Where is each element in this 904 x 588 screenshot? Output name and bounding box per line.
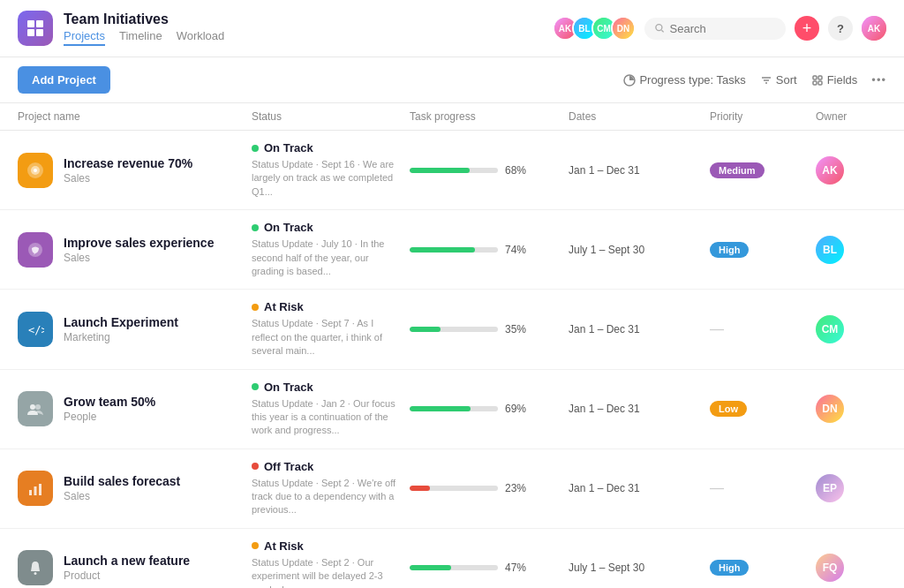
status-dot	[252, 304, 259, 311]
toolbar: Add Project Progress type: Tasks Sort Fi…	[0, 57, 904, 103]
progress-percent: 68%	[505, 164, 531, 177]
user-avatar[interactable]: AK	[862, 16, 886, 41]
tab-workload[interactable]: Workload	[177, 29, 225, 46]
svg-point-4	[656, 25, 662, 31]
status-text: Off Track	[264, 460, 313, 473]
sort-button[interactable]: Sort	[760, 73, 797, 87]
priority-badge: High	[710, 242, 749, 258]
status-description: Status Update · Sept 2 · Our experiment …	[252, 556, 401, 588]
status-dot	[252, 145, 259, 152]
svg-point-24	[34, 572, 37, 575]
progress-fill	[410, 168, 470, 173]
help-button[interactable]: ?	[828, 16, 853, 41]
progress-cell: 74%	[410, 244, 569, 256]
project-icon	[18, 471, 53, 506]
sort-icon	[760, 74, 772, 87]
project-icon: </>	[18, 312, 53, 347]
tab-projects[interactable]: Projects	[64, 29, 105, 46]
table-row[interactable]: Improve sales experience Sales On Track …	[0, 210, 904, 290]
progress-bar	[410, 247, 498, 253]
status-badge: At Risk	[252, 539, 401, 553]
progress-percent: 74%	[505, 244, 531, 256]
owner-avatar: CM	[816, 315, 844, 343]
app-icon	[18, 11, 53, 46]
project-name: Launch a new feature	[64, 554, 190, 568]
progress-fill	[410, 565, 451, 570]
owner-avatar: AK	[816, 156, 844, 185]
project-info: Build sales forecast Sales	[64, 474, 180, 502]
fields-button[interactable]: Fields	[811, 73, 858, 87]
priority-cell: High	[710, 560, 816, 576]
owner-cell: AK	[816, 156, 886, 185]
tab-timeline[interactable]: Timeline	[119, 29, 162, 46]
status-badge: Off Track	[252, 460, 401, 473]
status-cell: At Risk Status Update · Sept 2 · Our exp…	[252, 539, 410, 588]
project-dept: Sales	[64, 172, 192, 185]
search-box[interactable]	[644, 18, 786, 40]
progress-cell: 23%	[410, 482, 569, 494]
table-row[interactable]: </> Launch Experiment Marketing At Risk …	[0, 290, 904, 369]
status-cell: On Track Status Update · July 10 · In th…	[252, 221, 410, 278]
status-badge: On Track	[252, 141, 401, 155]
status-dot	[252, 463, 259, 470]
svg-point-19	[30, 404, 35, 410]
project-cell: Increase revenue 70% Sales	[18, 153, 252, 188]
dates-cell: July 1 – Sept 30	[569, 562, 710, 574]
status-text: On Track	[264, 381, 313, 394]
status-badge: On Track	[252, 221, 401, 234]
table-row[interactable]: Launch a new feature Product At Risk Sta…	[0, 529, 904, 588]
fields-icon	[811, 74, 824, 87]
priority-badge: —	[710, 321, 724, 336]
svg-rect-13	[818, 81, 822, 85]
priority-badge: —	[710, 480, 724, 495]
svg-text:</>: </>	[28, 324, 44, 336]
svg-rect-12	[813, 81, 817, 85]
svg-point-20	[35, 404, 41, 410]
add-project-button[interactable]: Add Project	[18, 66, 110, 94]
add-button[interactable]: +	[795, 16, 819, 41]
col-status: Status	[252, 110, 410, 123]
project-dept: Marketing	[64, 331, 178, 343]
table-row[interactable]: Grow team 50% People On Track Status Upd…	[0, 370, 904, 449]
owner-cell: FQ	[816, 554, 886, 582]
project-name: Launch Experiment	[64, 315, 178, 329]
priority-badge: High	[710, 560, 749, 576]
progress-fill	[410, 406, 471, 411]
project-dept: People	[64, 411, 155, 423]
svg-line-5	[661, 30, 663, 32]
owner-cell: CM	[816, 315, 886, 343]
dates-cell: Jan 1 – Dec 31	[569, 323, 710, 335]
progress-fill	[410, 327, 441, 332]
status-dot	[252, 224, 259, 231]
nav-tabs: Projects Timeline Workload	[64, 29, 224, 46]
progress-type-label: Progress type: Tasks	[639, 73, 745, 87]
status-dot	[252, 542, 259, 549]
owner-avatar: EP	[816, 474, 844, 502]
col-priority: Priority	[710, 110, 816, 123]
progress-type-icon	[623, 74, 636, 87]
svg-rect-21	[29, 490, 32, 495]
svg-rect-0	[27, 20, 34, 27]
status-text: On Track	[264, 141, 313, 155]
table-row[interactable]: Build sales forecast Sales Off Track Sta…	[0, 449, 904, 529]
more-options-button[interactable]: •••	[871, 73, 886, 87]
table-row[interactable]: Increase revenue 70% Sales On Track Stat…	[0, 131, 904, 210]
status-description: Status Update · Sept 16 · We are largely…	[252, 158, 401, 199]
progress-type-selector[interactable]: Progress type: Tasks	[623, 73, 745, 87]
search-input[interactable]	[670, 22, 775, 35]
priority-cell: —	[710, 321, 816, 337]
progress-fill	[410, 486, 430, 491]
sort-label: Sort	[776, 73, 797, 87]
project-info: Improve sales experience Sales	[64, 236, 214, 264]
owner-cell: DN	[816, 395, 886, 423]
project-info: Launch a new feature Product	[64, 554, 190, 582]
progress-percent: 23%	[505, 482, 531, 494]
header-title-nav: Team Initiatives Projects Timeline Workl…	[64, 11, 224, 46]
table-header: Project name Status Task progress Dates …	[0, 103, 904, 131]
dates-cell: July 1 – Sept 30	[569, 244, 710, 256]
svg-rect-2	[27, 29, 34, 36]
progress-cell: 68%	[410, 164, 569, 177]
status-description: Status Update · July 10 · In the second …	[252, 237, 401, 278]
svg-rect-11	[818, 76, 822, 79]
svg-rect-23	[39, 484, 41, 495]
